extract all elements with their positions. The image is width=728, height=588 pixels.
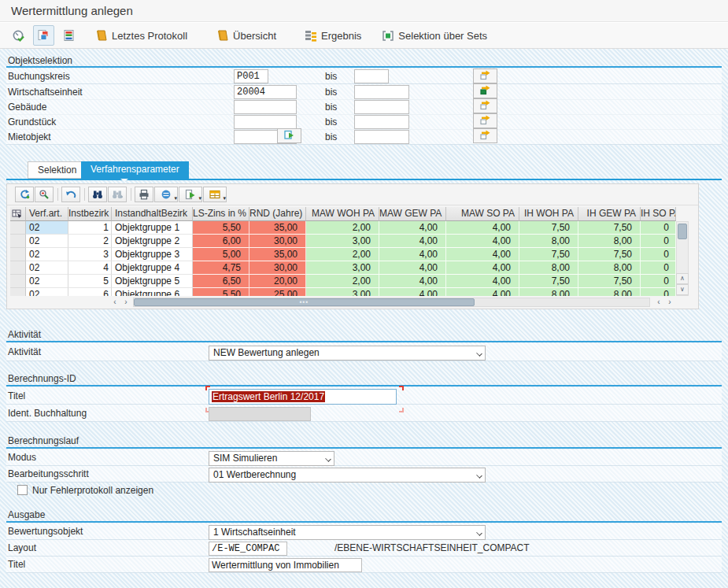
row-select-cell[interactable]	[10, 288, 26, 296]
undo-button[interactable]	[61, 187, 80, 202]
row-select-cell[interactable]	[10, 248, 26, 261]
column-header[interactable]: LS-Zins in %	[193, 207, 249, 221]
cell[interactable]: 4	[68, 261, 112, 275]
cell[interactable]: 6	[68, 288, 112, 296]
scroll-up-button[interactable]: ∧	[676, 273, 689, 284]
table-row[interactable]: 02 1 Objektgruppe 1 5,50 35,00 2,00 4,00…	[10, 221, 676, 235]
cell[interactable]: 4,00	[446, 221, 519, 235]
scroll-left-button[interactable]: ‹	[654, 298, 663, 307]
cell[interactable]: 8,00	[578, 235, 641, 248]
selektion-ueber-sets-button[interactable]: Selektion über Sets	[378, 25, 491, 46]
protocol-list-button[interactable]	[59, 25, 79, 46]
gebaeude-input[interactable]	[234, 100, 297, 114]
cell[interactable]: 3,00	[306, 235, 379, 248]
cell[interactable]: 4,00	[446, 288, 519, 296]
mietobjekt-multiselect-button[interactable]	[473, 128, 497, 143]
letztes-protokoll-button[interactable]: Letztes Protokoll	[91, 25, 191, 46]
row-select-cell[interactable]	[10, 235, 26, 248]
gebaeude-multiselect-button[interactable]	[473, 98, 497, 113]
cell[interactable]: 35,00	[249, 221, 306, 235]
bearbeitungsschritt-dropdown[interactable]: 01 Wertberechnung	[209, 468, 486, 483]
mietobjekt-selection-button[interactable]	[277, 128, 301, 143]
column-header[interactable]: MAW WOH PA	[306, 207, 379, 221]
cell[interactable]: 4,00	[446, 235, 519, 248]
cell[interactable]: 2,00	[306, 248, 379, 261]
uebersicht-button[interactable]: Übersicht	[212, 25, 280, 46]
cell[interactable]: 4,00	[379, 275, 446, 288]
cell[interactable]: 8,00	[578, 261, 641, 275]
check-entries-button[interactable]	[35, 187, 54, 202]
cell[interactable]: Objektgruppe 6	[112, 288, 193, 296]
cell[interactable]: 0	[641, 275, 676, 288]
cell[interactable]: 30,00	[249, 235, 306, 248]
cell[interactable]: 02	[26, 248, 68, 261]
cell[interactable]: 4,00	[379, 235, 446, 248]
scroll-right-button[interactable]: ›	[121, 298, 131, 307]
find-button[interactable]	[88, 187, 107, 202]
cell[interactable]: 7,50	[519, 275, 578, 288]
table-row[interactable]: 02 4 Objektgruppe 4 4,75 30,00 3,00 4,00…	[10, 261, 676, 275]
gebaeude-bis-input[interactable]	[354, 100, 409, 114]
cell[interactable]: 4,75	[193, 261, 249, 275]
cell[interactable]: 02	[26, 235, 68, 248]
scroll-left-button[interactable]: ‹	[110, 298, 120, 307]
cell[interactable]: 0	[641, 221, 676, 235]
cell[interactable]: 3,00	[306, 261, 379, 275]
ergebnis-button[interactable]: Ergebnis	[301, 25, 365, 46]
cell[interactable]: 6,00	[193, 235, 249, 248]
cell[interactable]: 2,00	[306, 221, 379, 235]
column-header[interactable]: IH WOH PA	[519, 207, 578, 221]
column-header[interactable]: IH SO PA	[641, 207, 676, 221]
cell[interactable]: 5	[68, 275, 112, 288]
cell[interactable]: Objektgruppe 5	[112, 275, 193, 288]
cell[interactable]: 0	[641, 288, 676, 296]
column-header[interactable]: Instbezirk	[68, 207, 112, 221]
table-row[interactable]: 02 5 Objektgruppe 5 6,50 20,00 2,00 4,00…	[10, 275, 676, 288]
execute-button[interactable]	[8, 25, 29, 46]
cell[interactable]: 2,00	[306, 275, 379, 288]
modus-dropdown[interactable]: SIM Simulieren	[209, 451, 334, 466]
select-all-header-cell[interactable]	[10, 207, 26, 221]
buchungskreis-bis-input[interactable]	[354, 69, 389, 83]
column-header[interactable]: MAW SO PA	[446, 207, 519, 221]
cell[interactable]: 0	[641, 235, 676, 248]
cell[interactable]: 7,50	[578, 221, 641, 235]
cell[interactable]: 8,00	[519, 235, 578, 248]
cell[interactable]: 2	[68, 235, 112, 248]
wirtschaftseinheit-input[interactable]	[234, 85, 297, 99]
cell[interactable]: 02	[26, 261, 68, 275]
cell[interactable]: 25,00	[249, 288, 306, 296]
cell[interactable]: 1	[68, 221, 112, 235]
cell[interactable]: 5,00	[193, 248, 249, 261]
cell[interactable]: 4,00	[379, 221, 446, 235]
cell[interactable]: 4,00	[446, 261, 519, 275]
cell[interactable]: 4,00	[379, 288, 446, 296]
column-header[interactable]: Verf.art.	[26, 207, 68, 221]
wirtschaftseinheit-multiselect-button-active[interactable]	[473, 83, 497, 98]
mietobjekt-bis-input[interactable]	[354, 130, 409, 144]
cell[interactable]: 4,00	[446, 275, 519, 288]
column-header[interactable]: IH GEW PA	[578, 207, 641, 221]
cell[interactable]: 7,50	[519, 248, 578, 261]
cell[interactable]: 02	[26, 288, 68, 296]
cell[interactable]: 02	[26, 221, 68, 235]
tab-selektion[interactable]: Selektion	[28, 161, 87, 179]
print-button[interactable]	[135, 187, 153, 202]
cell[interactable]: 8,00	[519, 288, 578, 296]
bewertungsobjekt-dropdown[interactable]: 1 Wirtschaftseinheit	[209, 525, 486, 540]
cell[interactable]: 5,50	[193, 288, 249, 296]
wirtschaftseinheit-bis-input[interactable]	[354, 85, 409, 99]
vertical-scrollbar-thumb[interactable]	[678, 224, 687, 239]
cell[interactable]: 0	[641, 248, 676, 261]
horizontal-scrollbar-thumb[interactable]: ▪▪▪	[134, 298, 475, 306]
cell[interactable]: 6,50	[193, 275, 249, 288]
refresh-button[interactable]	[15, 187, 34, 202]
cell[interactable]: 3,00	[306, 288, 379, 296]
cell[interactable]: 8,00	[519, 261, 578, 275]
cell[interactable]: 4,00	[379, 261, 446, 275]
views-menu-button[interactable]: ▾	[154, 187, 178, 202]
cell[interactable]: Objektgruppe 1	[112, 221, 193, 235]
table-row[interactable]: 02 3 Objektgruppe 3 5,00 35,00 2,00 4,00…	[10, 248, 676, 261]
cell[interactable]: 7,50	[578, 275, 641, 288]
cell[interactable]: 3	[68, 248, 112, 261]
